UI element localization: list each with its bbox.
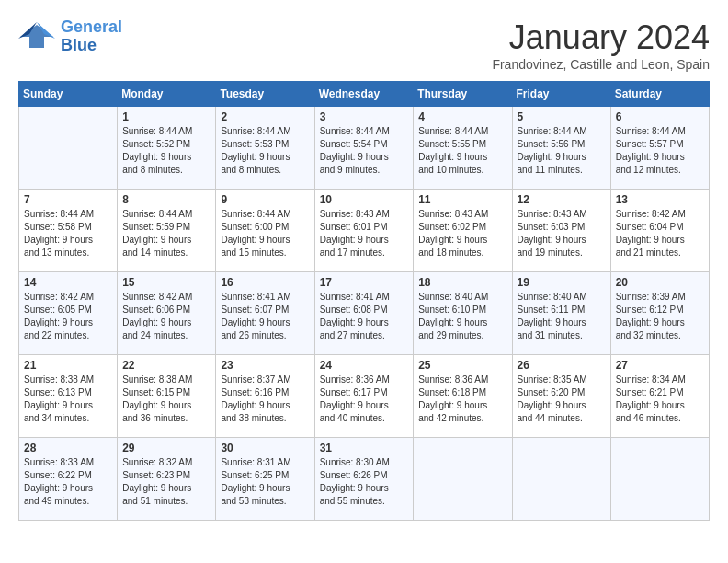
- day-info: Sunrise: 8:43 AM Sunset: 6:03 PM Dayligh…: [518, 208, 606, 259]
- calendar-cell: 7Sunrise: 8:44 AM Sunset: 5:58 PM Daylig…: [19, 190, 118, 272]
- day-info: Sunrise: 8:44 AM Sunset: 5:55 PM Dayligh…: [418, 125, 506, 177]
- day-number: 31: [320, 442, 409, 454]
- day-number: 24: [320, 359, 409, 372]
- day-number: 19: [518, 276, 606, 289]
- day-info: Sunrise: 8:44 AM Sunset: 5:58 PM Dayligh…: [24, 208, 112, 259]
- calendar-cell: 6Sunrise: 8:44 AM Sunset: 5:57 PM Daylig…: [610, 107, 709, 190]
- calendar-cell: 20Sunrise: 8:39 AM Sunset: 6:12 PM Dayli…: [610, 272, 709, 355]
- day-info: Sunrise: 8:39 AM Sunset: 6:12 PM Dayligh…: [616, 291, 704, 342]
- day-info: Sunrise: 8:44 AM Sunset: 5:56 PM Dayligh…: [518, 125, 606, 177]
- calendar-cell: 24Sunrise: 8:36 AM Sunset: 6:17 PM Dayli…: [314, 355, 414, 438]
- calendar-cell: 10Sunrise: 8:43 AM Sunset: 6:01 PM Dayli…: [314, 190, 414, 272]
- day-info: Sunrise: 8:34 AM Sunset: 6:21 PM Dayligh…: [616, 373, 704, 425]
- logo-line2: Blue: [61, 36, 97, 54]
- day-info: Sunrise: 8:42 AM Sunset: 6:05 PM Dayligh…: [24, 291, 112, 342]
- calendar-cell: 18Sunrise: 8:40 AM Sunset: 6:10 PM Dayli…: [414, 272, 512, 355]
- calendar-cell: [414, 438, 512, 521]
- calendar-cell: 4Sunrise: 8:44 AM Sunset: 5:55 PM Daylig…: [414, 107, 512, 190]
- day-header-saturday: Saturday: [610, 82, 709, 107]
- logo-icon: [18, 20, 55, 52]
- calendar-cell: 29Sunrise: 8:32 AM Sunset: 6:23 PM Dayli…: [118, 438, 216, 521]
- calendar-cell: 28Sunrise: 8:33 AM Sunset: 6:22 PM Dayli…: [19, 438, 118, 521]
- calendar-cell: 27Sunrise: 8:34 AM Sunset: 6:21 PM Dayli…: [610, 355, 709, 438]
- svg-marker-0: [20, 25, 53, 48]
- day-info: Sunrise: 8:38 AM Sunset: 6:13 PM Dayligh…: [24, 373, 112, 425]
- day-number: 21: [24, 359, 112, 372]
- logo-text: General Blue: [61, 18, 122, 55]
- title-block: January 2024 Frandovinez, Castille and L…: [492, 18, 710, 72]
- day-info: Sunrise: 8:44 AM Sunset: 5:57 PM Dayligh…: [616, 125, 704, 177]
- day-info: Sunrise: 8:42 AM Sunset: 6:06 PM Dayligh…: [122, 291, 210, 342]
- day-number: 20: [616, 276, 704, 289]
- month-title: January 2024: [492, 18, 710, 57]
- day-info: Sunrise: 8:35 AM Sunset: 6:20 PM Dayligh…: [518, 373, 606, 425]
- day-header-tuesday: Tuesday: [216, 82, 314, 107]
- day-number: 28: [24, 442, 112, 454]
- day-number: 22: [122, 359, 210, 372]
- page-header: General Blue January 2024 Frandovinez, C…: [18, 18, 710, 72]
- day-number: 17: [320, 276, 409, 289]
- day-number: 3: [320, 110, 409, 123]
- day-number: 12: [518, 193, 606, 206]
- day-header-wednesday: Wednesday: [314, 82, 414, 107]
- day-number: 25: [418, 359, 506, 372]
- calendar-cell: 22Sunrise: 8:38 AM Sunset: 6:15 PM Dayli…: [118, 355, 216, 438]
- day-number: 9: [221, 193, 309, 206]
- day-number: 14: [24, 276, 112, 289]
- calendar-cell: 3Sunrise: 8:44 AM Sunset: 5:54 PM Daylig…: [314, 107, 414, 190]
- day-header-thursday: Thursday: [414, 82, 512, 107]
- day-info: Sunrise: 8:44 AM Sunset: 5:54 PM Dayligh…: [320, 125, 409, 177]
- calendar-week-4: 21Sunrise: 8:38 AM Sunset: 6:13 PM Dayli…: [19, 355, 710, 438]
- day-number: 2: [221, 110, 309, 123]
- day-number: 29: [122, 442, 210, 454]
- logo-line1: General: [61, 17, 122, 36]
- day-info: Sunrise: 8:41 AM Sunset: 6:08 PM Dayligh…: [320, 291, 409, 342]
- day-info: Sunrise: 8:44 AM Sunset: 5:59 PM Dayligh…: [122, 208, 210, 259]
- day-number: 16: [221, 276, 309, 289]
- day-info: Sunrise: 8:42 AM Sunset: 6:04 PM Dayligh…: [616, 208, 704, 259]
- calendar-cell: 21Sunrise: 8:38 AM Sunset: 6:13 PM Dayli…: [19, 355, 118, 438]
- day-header-monday: Monday: [118, 82, 216, 107]
- day-header-friday: Friday: [512, 82, 610, 107]
- logo: General Blue: [18, 18, 122, 55]
- calendar-cell: 5Sunrise: 8:44 AM Sunset: 5:56 PM Daylig…: [512, 107, 610, 190]
- day-info: Sunrise: 8:33 AM Sunset: 6:22 PM Dayligh…: [24, 456, 112, 508]
- day-info: Sunrise: 8:32 AM Sunset: 6:23 PM Dayligh…: [122, 456, 210, 508]
- day-info: Sunrise: 8:30 AM Sunset: 6:26 PM Dayligh…: [320, 456, 409, 508]
- day-number: 6: [616, 110, 704, 123]
- day-number: 26: [518, 359, 606, 372]
- day-info: Sunrise: 8:40 AM Sunset: 6:10 PM Dayligh…: [418, 291, 506, 342]
- calendar-cell: [610, 438, 709, 521]
- day-info: Sunrise: 8:44 AM Sunset: 6:00 PM Dayligh…: [221, 208, 309, 259]
- calendar-cell: 1Sunrise: 8:44 AM Sunset: 5:52 PM Daylig…: [118, 107, 216, 190]
- day-info: Sunrise: 8:37 AM Sunset: 6:16 PM Dayligh…: [221, 373, 309, 425]
- calendar-cell: 11Sunrise: 8:43 AM Sunset: 6:02 PM Dayli…: [414, 190, 512, 272]
- calendar-cell: 19Sunrise: 8:40 AM Sunset: 6:11 PM Dayli…: [512, 272, 610, 355]
- calendar-cell: 15Sunrise: 8:42 AM Sunset: 6:06 PM Dayli…: [118, 272, 216, 355]
- header-row: SundayMondayTuesdayWednesdayThursdayFrid…: [19, 82, 710, 107]
- day-info: Sunrise: 8:31 AM Sunset: 6:25 PM Dayligh…: [221, 456, 309, 508]
- calendar-week-2: 7Sunrise: 8:44 AM Sunset: 5:58 PM Daylig…: [19, 190, 710, 272]
- day-number: 10: [320, 193, 409, 206]
- calendar-cell: 2Sunrise: 8:44 AM Sunset: 5:53 PM Daylig…: [216, 107, 314, 190]
- calendar-cell: 30Sunrise: 8:31 AM Sunset: 6:25 PM Dayli…: [216, 438, 314, 521]
- day-number: 5: [518, 110, 606, 123]
- calendar-cell: 13Sunrise: 8:42 AM Sunset: 6:04 PM Dayli…: [610, 190, 709, 272]
- calendar-cell: 9Sunrise: 8:44 AM Sunset: 6:00 PM Daylig…: [216, 190, 314, 272]
- calendar-week-3: 14Sunrise: 8:42 AM Sunset: 6:05 PM Dayli…: [19, 272, 710, 355]
- day-info: Sunrise: 8:40 AM Sunset: 6:11 PM Dayligh…: [518, 291, 606, 342]
- day-number: 11: [418, 193, 506, 206]
- calendar-cell: 23Sunrise: 8:37 AM Sunset: 6:16 PM Dayli…: [216, 355, 314, 438]
- day-info: Sunrise: 8:43 AM Sunset: 6:01 PM Dayligh…: [320, 208, 409, 259]
- day-number: 7: [24, 193, 112, 206]
- day-info: Sunrise: 8:36 AM Sunset: 6:18 PM Dayligh…: [418, 373, 506, 425]
- calendar-cell: [512, 438, 610, 521]
- location-subtitle: Frandovinez, Castille and Leon, Spain: [492, 57, 710, 72]
- calendar-cell: 12Sunrise: 8:43 AM Sunset: 6:03 PM Dayli…: [512, 190, 610, 272]
- calendar-week-5: 28Sunrise: 8:33 AM Sunset: 6:22 PM Dayli…: [19, 438, 710, 521]
- day-number: 4: [418, 110, 506, 123]
- calendar-cell: 25Sunrise: 8:36 AM Sunset: 6:18 PM Dayli…: [414, 355, 512, 438]
- calendar-cell: [19, 107, 118, 190]
- calendar-cell: 14Sunrise: 8:42 AM Sunset: 6:05 PM Dayli…: [19, 272, 118, 355]
- day-number: 18: [418, 276, 506, 289]
